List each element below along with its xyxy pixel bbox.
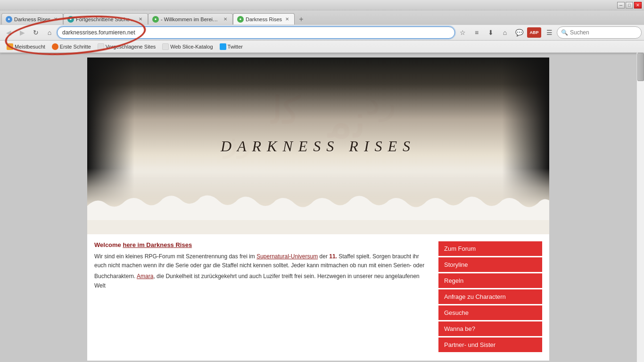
url-bar[interactable] (57, 26, 455, 39)
bookmark-twitter[interactable]: Twitter (217, 42, 246, 51)
bookmark-vorgeschlagene[interactable]: Vorgeschlagene Sites (95, 42, 158, 51)
reload-button[interactable]: ↻ (30, 26, 42, 39)
tab-2-label: Fortgeschrittene Suche ... (76, 16, 135, 22)
twitter-icon (220, 43, 226, 50)
tab-3-icon: ● (152, 16, 159, 23)
main-content: Welcome here im Darkness Rises Wir sind … (94, 241, 431, 354)
bookmark-erste-schritte[interactable]: Erste Schritte (49, 42, 94, 51)
sidebar-btn-gesuche[interactable]: Gesuche (438, 305, 542, 320)
nav-icons: ☆ ≡ ⬇ ⌂ 💬 ABP ☰ (456, 26, 555, 39)
banner-title: DARKNESS RISES (221, 137, 416, 155)
chat-icon[interactable]: 💬 (513, 26, 525, 39)
bookmark-twitter-label: Twitter (228, 44, 243, 49)
vorgeschlagene-icon (98, 43, 104, 50)
body-text-1: Wir sind ein kleines RPG-Forum mit Szene… (94, 252, 431, 270)
tab-2[interactable]: ● Fortgeschrittene Suche ... ✕ (63, 13, 148, 25)
forward-button[interactable]: ▶ (16, 26, 28, 39)
sidebar-btn-regeln[interactable]: Regeln (438, 273, 542, 288)
menu-icon[interactable]: ☰ (543, 26, 555, 39)
tab-1-label: Darkness Rises (14, 16, 50, 22)
svg-text:ﻛﻟ: ﻛﻟ (271, 90, 301, 132)
bookmark-meistbesucht[interactable]: Meistbesucht (4, 42, 48, 51)
bookmark-icon[interactable]: ☆ (456, 26, 469, 39)
nav-bar: ◀ ▶ ↻ ⌂ ☆ ≡ ⬇ ⌂ 💬 ABP ☰ 🔍 (0, 25, 644, 41)
tab-3-close[interactable]: ✕ (222, 16, 229, 23)
bookmark-meistbesucht-label: Meistbesucht (15, 44, 45, 49)
bookmark-erste-schritte-label: Erste Schritte (60, 44, 91, 49)
bookmark-web-slice[interactable]: Web Slice-Katalog (159, 42, 215, 51)
tab-bar: ● Darkness Rises ✕ ● Fortgeschrittene Su… (0, 10, 644, 25)
tab-3-label: - Willkommen im Bereich... (161, 16, 220, 22)
supernatural-link[interactable]: Supernatural-Universum (256, 253, 318, 260)
meistbesucht-icon (7, 43, 13, 50)
scrollbar-track (636, 53, 644, 362)
home-nav-icon[interactable]: ⌂ (499, 26, 511, 39)
sidebar-right: Zum Forum Storyline Regeln Anfrage zu Ch… (438, 241, 542, 354)
tab-1-icon: ● (6, 16, 12, 23)
header-banner: ﻛﻟ ﻧﻣ ﻭﺯ ﺭﺩ DARKNESS RISES (87, 58, 549, 234)
scrollbar-thumb[interactable] (637, 53, 644, 81)
tab-2-icon: ● (67, 16, 74, 23)
welcome-title: Welcome here im Darkness Rises (94, 241, 431, 248)
sidebar-btn-anfrage[interactable]: Anfrage zu Charactern (438, 289, 542, 304)
forum-container: ﻛﻟ ﻧﻣ ﻭﺯ ﺭﺩ DARKNESS RISES (87, 58, 549, 361)
browser-chrome: ─ □ ✕ ● Darkness Rises ✕ ● Fortgeschritt… (0, 0, 644, 53)
sidebar-btn-storyline[interactable]: Storyline (438, 257, 542, 272)
tab-4[interactable]: ● Darkness Rises ✕ (233, 13, 295, 25)
new-tab-button[interactable]: + (296, 14, 307, 25)
download-icon[interactable]: ⬇ (485, 26, 497, 39)
welcome-link[interactable]: here im Darkness Rises (123, 241, 192, 248)
tab-1-close[interactable]: ✕ (52, 16, 59, 23)
tab-2-close[interactable]: ✕ (137, 16, 144, 23)
maximize-button[interactable]: □ (626, 2, 633, 8)
back-button[interactable]: ◀ (2, 26, 15, 39)
svg-text:ﺭﺩ: ﺭﺩ (365, 85, 396, 123)
window-controls: ─ □ ✕ (617, 2, 642, 8)
erste-schritte-icon (52, 43, 58, 50)
bookmark-vorgeschlagene-label: Vorgeschlagene Sites (106, 44, 156, 49)
sidebar-btn-partner[interactable]: Partner- und Sister (438, 337, 542, 352)
search-icon: 🔍 (561, 29, 568, 36)
staffel-highlight: 11. (329, 253, 337, 260)
bookmarks-bar: Meistbesucht Erste Schritte Vorgeschlage… (0, 41, 644, 53)
page-content: ﻛﻟ ﻧﻣ ﻭﺯ ﺭﺩ DARKNESS RISES (0, 53, 636, 362)
amara-link[interactable]: Amara (137, 273, 153, 280)
tab-4-label: Darkness Rises (246, 16, 282, 22)
sidebar-btn-forum[interactable]: Zum Forum (438, 241, 542, 256)
search-box: 🔍 (557, 26, 642, 39)
content-section: Welcome here im Darkness Rises Wir sind … (87, 234, 549, 361)
search-input[interactable] (570, 29, 636, 36)
tab-4-close[interactable]: ✕ (284, 16, 290, 23)
reader-icon[interactable]: ≡ (471, 26, 483, 39)
sidebar-btn-wannabe[interactable]: Wanna be? (438, 321, 542, 336)
tab-3[interactable]: ● - Willkommen im Bereich... ✕ (148, 13, 233, 25)
close-button[interactable]: ✕ (634, 2, 642, 8)
tab-4-icon: ● (237, 16, 244, 23)
tab-1[interactable]: ● Darkness Rises ✕ (1, 13, 63, 25)
adblock-button[interactable]: ABP (527, 27, 541, 38)
body-text-2: Buchcharaktern. Amara, die Dunkelheit is… (94, 272, 431, 290)
home-button[interactable]: ⌂ (43, 26, 56, 39)
bookmark-web-slice-label: Web Slice-Katalog (170, 44, 213, 49)
title-bar: ─ □ ✕ (0, 0, 644, 10)
minimize-button[interactable]: ─ (617, 2, 625, 8)
web-slice-icon (162, 43, 169, 50)
banner-background: ﻛﻟ ﻧﻣ ﻭﺯ ﺭﺩ DARKNESS RISES (87, 58, 549, 234)
